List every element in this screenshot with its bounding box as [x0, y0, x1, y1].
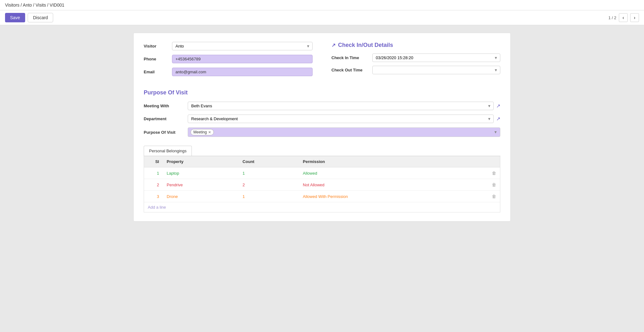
table-row: 1 Laptop 1 Allowed 🗑 — [144, 167, 500, 179]
page-body: Visitor Anto ▼ Phone +4536456789 Email a… — [0, 25, 644, 229]
check-out-row: Check Out Time ▼ — [331, 66, 500, 74]
col-permission: Permission — [299, 156, 463, 167]
pagination: 1 / 2 ‹ › — [608, 13, 639, 22]
department-label: Department — [144, 116, 188, 121]
purpose-title: Purpose Of Visit — [144, 89, 500, 96]
check-in-select-wrapper[interactable]: 03/26/2020 15:28:20 ▼ — [372, 53, 500, 62]
table-head: Sl Property Count Permission — [144, 156, 500, 167]
table-body: 1 Laptop 1 Allowed 🗑 2 Pendrive 2 Not Al… — [144, 167, 500, 202]
row3-count: 1 — [239, 191, 299, 202]
prev-button[interactable]: ‹ — [619, 13, 628, 22]
form-top: Visitor Anto ▼ Phone +4536456789 Email a… — [144, 42, 500, 81]
check-in-label: Check In Time — [331, 55, 372, 60]
meeting-with-select-wrapper[interactable]: Beth Evans ▼ — [188, 102, 494, 110]
row2-sl: 2 — [144, 179, 163, 191]
department-external-link[interactable]: ↗ — [496, 116, 500, 122]
table-row: 3 Drone 1 Allowed With Permission 🗑 — [144, 191, 500, 202]
row3-property: Drone — [163, 191, 239, 202]
discard-button[interactable]: Discard — [28, 13, 53, 22]
row1-delete[interactable]: 🗑 — [463, 167, 500, 179]
external-link-icon[interactable]: ↗ — [331, 42, 336, 48]
check-in-select[interactable]: 03/26/2020 15:28:20 — [372, 53, 500, 62]
department-row: Department Research & Development ▼ ↗ — [144, 115, 500, 123]
row2-delete[interactable]: 🗑 — [463, 179, 500, 191]
col-property: Property — [163, 156, 239, 167]
phone-label: Phone — [144, 57, 172, 61]
breadcrumb: Visitors / Anto / Visits / VID001 — [5, 3, 64, 8]
tab-personal-belongings[interactable]: Personal Belongings — [144, 146, 192, 156]
meeting-with-row: Meeting With Beth Evans ▼ ↗ — [144, 102, 500, 110]
tabs-bar: Personal Belongings — [144, 146, 500, 156]
row1-property: Laptop — [163, 167, 239, 179]
form-card: Visitor Anto ▼ Phone +4536456789 Email a… — [133, 33, 511, 222]
meeting-with-select[interactable]: Beth Evans — [188, 102, 494, 110]
visitor-label: Visitor — [144, 44, 172, 48]
row2-count: 2 — [239, 179, 299, 191]
check-out-label: Check Out Time — [331, 68, 372, 72]
breadcrumb-bar: Visitors / Anto / Visits / VID001 — [0, 0, 644, 10]
email-field-row: Email anto@gmail.com — [144, 68, 313, 76]
belongings-table-section: Sl Property Count Permission 1 Laptop 1 — [144, 156, 500, 212]
visitor-select-wrapper[interactable]: Anto ▼ — [172, 42, 313, 50]
check-inout-section: ↗ Check In/Out Details Check In Time 03/… — [331, 42, 500, 81]
visitor-field-row: Visitor Anto ▼ — [144, 42, 313, 50]
row3-sl: 3 — [144, 191, 163, 202]
purpose-tag-input[interactable]: Meeting ✕ ▼ — [188, 127, 500, 137]
tabs-section: Personal Belongings Sl Property Count Pe… — [144, 146, 500, 212]
add-line-button[interactable]: Add a line — [144, 202, 500, 212]
toolbar-actions: Save Discard — [5, 13, 53, 22]
pagination-display: 1 / 2 — [608, 15, 616, 20]
col-count: Count — [239, 156, 299, 167]
next-button[interactable]: › — [630, 13, 639, 22]
email-label: Email — [144, 70, 172, 74]
save-button[interactable]: Save — [5, 13, 25, 22]
row2-permission: Not Allowed — [299, 179, 463, 191]
row1-count: 1 — [239, 167, 299, 179]
row3-delete[interactable]: 🗑 — [463, 191, 500, 202]
phone-input[interactable]: +4536456789 — [172, 55, 313, 63]
col-sl: Sl — [144, 156, 163, 167]
row1-sl: 1 — [144, 167, 163, 179]
check-in-row: Check In Time 03/26/2020 15:28:20 ▼ — [331, 53, 500, 62]
meeting-with-external-link[interactable]: ↗ — [496, 103, 500, 109]
check-out-select-wrapper[interactable]: ▼ — [372, 66, 500, 74]
phone-field-row: Phone +4536456789 — [144, 55, 313, 63]
purpose-tag-dropdown-icon: ▼ — [494, 130, 497, 134]
col-actions — [463, 156, 500, 167]
purpose-tag: Meeting ✕ — [191, 129, 214, 135]
email-input[interactable]: anto@gmail.com — [172, 68, 313, 76]
check-out-select[interactable] — [372, 66, 500, 74]
belongings-table: Sl Property Count Permission 1 Laptop 1 — [144, 156, 500, 202]
table-row: 2 Pendrive 2 Not Allowed 🗑 — [144, 179, 500, 191]
meeting-with-label: Meeting With — [144, 104, 188, 108]
purpose-of-visit-row: Purpose Of Visit Meeting ✕ ▼ — [144, 127, 500, 137]
visitor-info: Visitor Anto ▼ Phone +4536456789 Email a… — [144, 42, 313, 81]
purpose-of-visit-label: Purpose Of Visit — [144, 130, 188, 135]
row3-permission: Allowed With Permission — [299, 191, 463, 202]
department-select-wrapper[interactable]: Research & Development ▼ — [188, 115, 494, 123]
toolbar: Save Discard 1 / 2 ‹ › — [0, 10, 644, 25]
purpose-tag-close[interactable]: ✕ — [208, 130, 211, 134]
department-select[interactable]: Research & Development — [188, 115, 494, 123]
row2-property: Pendrive — [163, 179, 239, 191]
row1-permission: Allowed — [299, 167, 463, 179]
purpose-section: Purpose Of Visit Meeting With Beth Evans… — [144, 89, 500, 137]
visitor-select[interactable]: Anto — [172, 42, 313, 50]
check-section-title: ↗ Check In/Out Details — [331, 42, 500, 48]
